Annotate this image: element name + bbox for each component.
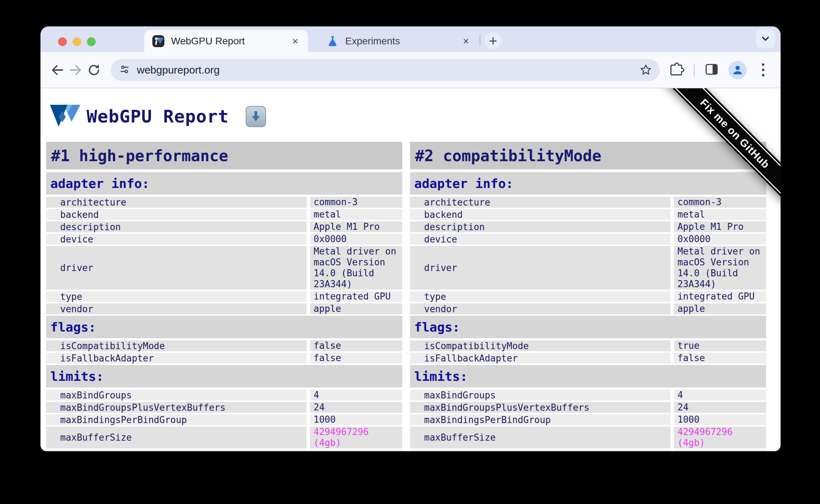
forward-button[interactable]: [67, 61, 85, 79]
table-row: maxColorAttachmentBytesPerSample64: [46, 450, 402, 451]
row-key: backend: [410, 209, 670, 220]
table-row: maxBindingsPerBindGroup1000: [410, 414, 766, 425]
tab-search-chevron-button[interactable]: [756, 29, 775, 48]
tab-webgpu-report[interactable]: WebGPU Report ×: [144, 30, 308, 52]
extensions-button[interactable]: [669, 62, 685, 78]
page-content: WebGPU Report Fix me on GitHub #1 high-p…: [40, 88, 781, 451]
page-title: WebGPU Report: [87, 106, 229, 127]
row-key: driver: [46, 246, 307, 290]
tab-experiments[interactable]: Experiments ×: [318, 30, 479, 52]
table-row: backendmetal: [46, 209, 402, 220]
minimize-window-button[interactable]: [72, 37, 81, 46]
table-row: architecturecommon-3: [410, 197, 766, 208]
close-window-button[interactable]: [58, 37, 67, 46]
row-key: type: [46, 291, 307, 302]
table-row: maxBindGroupsPlusVertexBuffers24: [410, 402, 766, 413]
table-row: isFallbackAdapterfalse: [410, 353, 766, 364]
table-row: maxBindGroups4: [46, 390, 402, 401]
row-value: common-3: [674, 197, 766, 208]
row-value: common-3: [310, 197, 402, 208]
profile-avatar[interactable]: [728, 61, 747, 79]
row-value: apple: [310, 303, 402, 314]
row-key: vendor: [410, 303, 670, 314]
row-value: 24: [674, 402, 766, 413]
site-settings-tune-icon[interactable]: [119, 63, 131, 77]
row-key: maxBindGroupsPlusVertexBuffers: [410, 402, 670, 413]
row-key: backend: [46, 209, 307, 220]
download-report-button[interactable]: [246, 106, 266, 127]
flask-icon: [326, 35, 339, 48]
section-header: limits:: [46, 365, 402, 388]
table-row: driverMetal driver on macOS Version 14.0…: [46, 246, 402, 290]
browser-toolbar: webgpureport.org: [40, 52, 781, 88]
column-header: #2 compatibilityMode: [410, 142, 766, 169]
tab-title: WebGPU Report: [171, 36, 289, 47]
star-icon: [639, 63, 652, 77]
row-value: integrated GPU: [674, 291, 766, 302]
table-row: backendmetal: [410, 209, 766, 220]
section-header: adapter info:: [46, 172, 402, 195]
url-text[interactable]: webgpureport.org: [137, 64, 220, 76]
row-key: maxBufferSize: [410, 427, 670, 448]
row-value: false: [674, 353, 766, 364]
down-arrow-icon: [250, 110, 262, 123]
reload-button[interactable]: [85, 61, 103, 79]
adapter-column-2: #2 compatibilityModeadapter info:archite…: [410, 142, 766, 451]
table-row: maxBindGroups4: [410, 390, 766, 401]
table-row: vendorapple: [46, 303, 402, 314]
row-value: Metal driver on macOS Version 14.0 (Buil…: [674, 246, 766, 290]
adapter-column-1: #1 high-performanceadapter info:architec…: [46, 142, 402, 451]
side-panel-icon: [704, 62, 719, 77]
section-header: adapter info:: [410, 172, 766, 195]
table-row: maxBufferSize4294967296 (4gb): [46, 427, 402, 448]
row-key: vendor: [46, 303, 307, 314]
table-row: isCompatibilityModefalse: [46, 340, 402, 351]
row-key: maxBindingsPerBindGroup: [410, 414, 670, 425]
webgpu-report-favicon: [152, 35, 165, 48]
row-value: integrated GPU: [310, 291, 402, 302]
row-key: isFallbackAdapter: [410, 353, 670, 364]
row-key: architecture: [410, 197, 670, 208]
side-panel-button[interactable]: [704, 62, 719, 78]
table-row: descriptionApple M1 Pro: [410, 221, 766, 232]
table-row: driverMetal driver on macOS Version 14.0…: [410, 246, 766, 290]
extensions-puzzle-icon: [669, 62, 685, 77]
row-value: false: [310, 353, 402, 364]
row-value: apple: [674, 303, 766, 314]
table-row: device0x0000: [410, 234, 766, 245]
row-value: true: [674, 340, 766, 351]
forward-arrow-icon: [69, 63, 83, 77]
table-row: maxColorAttachmentBytesPerSample64: [410, 450, 766, 451]
row-value: 0x0000: [310, 234, 402, 245]
browser-menu-button[interactable]: [756, 63, 770, 76]
table-row: isCompatibilityModetrue: [410, 340, 766, 351]
section-header: limits:: [410, 365, 766, 388]
address-bar[interactable]: webgpureport.org: [111, 59, 660, 81]
zoom-window-button[interactable]: [87, 37, 96, 46]
tab-close-icon[interactable]: ×: [460, 35, 472, 48]
back-button[interactable]: [48, 61, 67, 79]
row-key: device: [46, 234, 307, 245]
toolbar-separator: [694, 63, 695, 77]
screenshot-canvas: WebGPU Report × Experiments × +: [0, 0, 820, 504]
row-key: device: [410, 234, 670, 245]
row-key: description: [46, 221, 307, 232]
adapter-tables: #1 high-performanceadapter info:architec…: [46, 142, 767, 451]
row-key: maxBindGroups: [46, 390, 307, 401]
row-key: driver: [410, 246, 670, 290]
tab-divider: [480, 34, 480, 46]
tab-close-icon[interactable]: ×: [289, 35, 302, 48]
row-value: 1000: [674, 414, 766, 425]
person-icon: [731, 64, 744, 76]
row-value: Metal driver on macOS Version 14.0 (Buil…: [310, 246, 402, 290]
reload-icon: [87, 63, 101, 77]
column-header: #1 high-performance: [46, 142, 402, 169]
table-row: vendorapple: [410, 303, 766, 314]
row-value: Apple M1 Pro: [674, 221, 766, 232]
chevron-down-icon: [760, 33, 771, 44]
row-key: maxColorAttachmentBytesPerSample: [46, 450, 307, 451]
new-tab-button[interactable]: +: [485, 32, 502, 49]
bookmark-star-button[interactable]: [637, 62, 654, 78]
row-key: architecture: [46, 197, 307, 208]
row-value: 1000: [310, 414, 402, 425]
